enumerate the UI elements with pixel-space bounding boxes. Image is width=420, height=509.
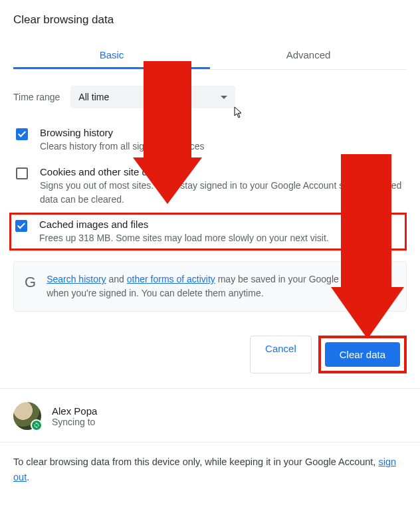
sync-badge-icon bbox=[31, 419, 43, 431]
info-text-mid: and bbox=[106, 274, 127, 284]
account-row: Alex Popa Syncing to bbox=[13, 389, 407, 442]
cancel-button[interactable]: Cancel bbox=[250, 336, 312, 373]
highlight-cache-option: Cached images and files Frees up 318 MB.… bbox=[9, 213, 407, 251]
footer-text-part: To clear browsing data from this device … bbox=[13, 457, 378, 467]
option-cache: Cached images and files Frees up 318 MB.… bbox=[13, 219, 403, 245]
option-cookies: Cookies and other site data Signs you ou… bbox=[13, 159, 407, 213]
option-title: Cookies and other site data bbox=[40, 166, 407, 177]
tab-advanced[interactable]: Advanced bbox=[210, 43, 407, 69]
checkbox-cookies[interactable] bbox=[16, 167, 28, 179]
option-desc: Frees up 318 MB. Some sites may load mor… bbox=[39, 231, 329, 245]
option-title: Browsing history bbox=[40, 127, 204, 138]
highlight-clear-button: Clear data bbox=[318, 336, 407, 373]
tabs: Basic Advanced bbox=[13, 43, 407, 70]
option-desc: Clears history from all signed-in device… bbox=[40, 140, 204, 153]
avatar bbox=[13, 402, 41, 430]
clear-data-button[interactable]: Clear data bbox=[325, 342, 400, 367]
tab-basic[interactable]: Basic bbox=[13, 43, 210, 69]
account-sync-status: Syncing to bbox=[52, 417, 97, 427]
info-text: Search history and other forms of activi… bbox=[47, 272, 395, 300]
other-activity-link[interactable]: other forms of activity bbox=[127, 274, 215, 284]
option-title: Cached images and files bbox=[39, 219, 329, 230]
option-desc: Signs you out of most sites. You'll stay… bbox=[40, 179, 407, 206]
search-history-link[interactable]: Search history bbox=[47, 274, 106, 284]
info-box: G Search history and other forms of acti… bbox=[13, 261, 407, 312]
chevron-down-icon bbox=[221, 96, 227, 99]
account-name: Alex Popa bbox=[52, 405, 97, 417]
footer-text: To clear browsing data from this device … bbox=[13, 443, 407, 497]
footer-text-part: . bbox=[27, 472, 29, 482]
checkbox-browsing-history[interactable] bbox=[16, 128, 28, 140]
timerange-label: Time range bbox=[13, 92, 60, 102]
cursor-icon bbox=[234, 106, 243, 120]
checkbox-cache[interactable] bbox=[15, 220, 27, 232]
option-browsing-history: Browsing history Clears history from all… bbox=[13, 120, 407, 159]
timerange-value: All time bbox=[78, 92, 109, 102]
google-icon: G bbox=[25, 275, 36, 290]
timerange-select[interactable]: All time bbox=[70, 86, 235, 108]
dialog-title: Clear browsing data bbox=[13, 13, 407, 27]
